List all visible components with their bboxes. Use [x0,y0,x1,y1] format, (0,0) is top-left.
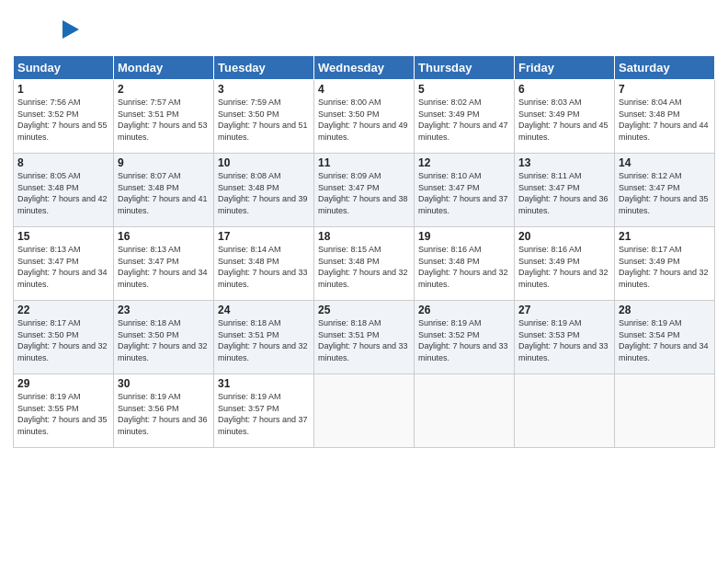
day-number: 2 [118,83,210,96]
calendar-week-3: 15Sunrise: 8:13 AMSunset: 3:47 PMDayligh… [14,227,715,301]
weekday-header-wednesday: Wednesday [314,56,415,80]
calendar-cell [415,374,515,448]
cell-info: Sunrise: 8:17 AMSunset: 3:50 PMDaylight:… [17,318,108,362]
calendar-cell: 22Sunrise: 8:17 AMSunset: 3:50 PMDayligh… [14,301,114,374]
calendar-cell: 29Sunrise: 8:19 AMSunset: 3:55 PMDayligh… [14,374,114,448]
cell-info: Sunrise: 8:07 AMSunset: 3:48 PMDaylight:… [118,171,208,215]
calendar-cell: 10Sunrise: 8:08 AMSunset: 3:48 PMDayligh… [214,154,314,227]
day-number: 10 [218,156,310,169]
cell-info: Sunrise: 8:16 AMSunset: 3:49 PMDaylight:… [518,245,609,289]
cell-info: Sunrise: 8:05 AMSunset: 3:48 PMDaylight:… [17,171,108,215]
cell-info: Sunrise: 8:03 AMSunset: 3:49 PMDaylight:… [518,98,609,142]
calendar-week-4: 22Sunrise: 8:17 AMSunset: 3:50 PMDayligh… [14,301,715,374]
calendar-cell: 2Sunrise: 7:57 AMSunset: 3:51 PMDaylight… [114,80,214,154]
day-number: 11 [318,156,410,169]
calendar-cell: 6Sunrise: 8:03 AMSunset: 3:49 PMDaylight… [515,80,615,154]
calendar-cell: 7Sunrise: 8:04 AMSunset: 3:48 PMDaylight… [615,80,715,154]
svg-marker-0 [63,20,79,39]
day-number: 28 [619,304,711,316]
cell-info: Sunrise: 8:02 AMSunset: 3:49 PMDaylight:… [418,98,508,142]
day-number: 6 [518,83,610,96]
cell-info: Sunrise: 8:13 AMSunset: 3:47 PMDaylight:… [118,245,208,289]
calendar-cell: 28Sunrise: 8:19 AMSunset: 3:54 PMDayligh… [615,301,715,374]
cell-info: Sunrise: 8:19 AMSunset: 3:54 PMDaylight:… [619,318,709,362]
cell-info: Sunrise: 8:14 AMSunset: 3:48 PMDaylight:… [218,245,308,289]
logo [13,9,79,50]
calendar-cell: 19Sunrise: 8:16 AMSunset: 3:48 PMDayligh… [415,227,515,301]
calendar-cell: 14Sunrise: 8:12 AMSunset: 3:47 PMDayligh… [615,154,715,227]
cell-info: Sunrise: 8:15 AMSunset: 3:48 PMDaylight:… [318,245,408,289]
logo-arrow-icon [63,18,81,40]
calendar-table: SundayMondayTuesdayWednesdayThursdayFrid… [13,55,715,448]
calendar-cell: 27Sunrise: 8:19 AMSunset: 3:53 PMDayligh… [515,301,615,374]
day-number: 24 [218,304,310,316]
day-number: 7 [619,83,711,96]
weekday-header-saturday: Saturday [615,56,715,80]
calendar-cell: 17Sunrise: 8:14 AMSunset: 3:48 PMDayligh… [214,227,314,301]
day-number: 20 [518,230,610,243]
cell-info: Sunrise: 8:19 AMSunset: 3:53 PMDaylight:… [518,318,609,362]
header [13,9,715,50]
cell-info: Sunrise: 8:10 AMSunset: 3:47 PMDaylight:… [418,171,508,215]
day-number: 8 [17,156,109,169]
cell-info: Sunrise: 8:19 AMSunset: 3:55 PMDaylight:… [17,392,108,436]
cell-info: Sunrise: 8:12 AMSunset: 3:47 PMDaylight:… [619,171,709,215]
day-number: 19 [418,230,510,243]
calendar-cell: 31Sunrise: 8:19 AMSunset: 3:57 PMDayligh… [214,374,314,448]
day-number: 18 [318,230,410,243]
day-number: 5 [418,83,510,96]
calendar-cell: 16Sunrise: 8:13 AMSunset: 3:47 PMDayligh… [114,227,214,301]
calendar-cell: 20Sunrise: 8:16 AMSunset: 3:49 PMDayligh… [515,227,615,301]
weekday-header-tuesday: Tuesday [214,56,314,80]
day-number: 26 [418,304,510,316]
calendar-cell: 3Sunrise: 7:59 AMSunset: 3:50 PMDaylight… [214,80,314,154]
cell-info: Sunrise: 8:18 AMSunset: 3:51 PMDaylight:… [218,318,308,362]
cell-info: Sunrise: 8:19 AMSunset: 3:57 PMDaylight:… [218,392,308,436]
day-number: 3 [218,83,310,96]
cell-info: Sunrise: 8:16 AMSunset: 3:48 PMDaylight:… [418,245,508,289]
day-number: 29 [17,377,109,390]
calendar-cell: 26Sunrise: 8:19 AMSunset: 3:52 PMDayligh… [415,301,515,374]
page: SundayMondayTuesdayWednesdayThursdayFrid… [0,0,728,563]
weekday-header-thursday: Thursday [415,56,515,80]
day-number: 17 [218,230,310,243]
calendar-cell: 24Sunrise: 8:18 AMSunset: 3:51 PMDayligh… [214,301,314,374]
cell-info: Sunrise: 8:19 AMSunset: 3:56 PMDaylight:… [118,392,208,436]
cell-info: Sunrise: 8:00 AMSunset: 3:50 PMDaylight:… [318,98,408,142]
cell-info: Sunrise: 8:11 AMSunset: 3:47 PMDaylight:… [518,171,609,215]
day-number: 31 [218,377,310,390]
cell-info: Sunrise: 8:04 AMSunset: 3:48 PMDaylight:… [619,98,709,142]
day-number: 12 [418,156,510,169]
day-number: 4 [318,83,410,96]
cell-info: Sunrise: 7:57 AMSunset: 3:51 PMDaylight:… [118,98,208,142]
calendar-cell: 9Sunrise: 8:07 AMSunset: 3:48 PMDaylight… [114,154,214,227]
calendar-week-2: 8Sunrise: 8:05 AMSunset: 3:48 PMDaylight… [14,154,715,227]
cell-info: Sunrise: 8:18 AMSunset: 3:51 PMDaylight:… [318,318,408,362]
day-number: 1 [17,83,109,96]
calendar-week-5: 29Sunrise: 8:19 AMSunset: 3:55 PMDayligh… [14,374,715,448]
day-number: 22 [17,304,109,316]
calendar-cell: 12Sunrise: 8:10 AMSunset: 3:47 PMDayligh… [415,154,515,227]
calendar-cell: 4Sunrise: 8:00 AMSunset: 3:50 PMDaylight… [314,80,415,154]
calendar-cell: 23Sunrise: 8:18 AMSunset: 3:50 PMDayligh… [114,301,214,374]
cell-info: Sunrise: 8:13 AMSunset: 3:47 PMDaylight:… [17,245,108,289]
cell-info: Sunrise: 8:19 AMSunset: 3:52 PMDaylight:… [418,318,508,362]
calendar-cell: 15Sunrise: 8:13 AMSunset: 3:47 PMDayligh… [14,227,114,301]
calendar-cell: 21Sunrise: 8:17 AMSunset: 3:49 PMDayligh… [615,227,715,301]
day-number: 15 [17,230,109,243]
calendar-cell: 5Sunrise: 8:02 AMSunset: 3:49 PMDaylight… [415,80,515,154]
day-number: 13 [518,156,610,169]
cell-info: Sunrise: 8:09 AMSunset: 3:47 PMDaylight:… [318,171,408,215]
day-number: 14 [619,156,711,169]
weekday-header-monday: Monday [114,56,214,80]
calendar-week-1: 1Sunrise: 7:56 AMSunset: 3:52 PMDaylight… [14,80,715,154]
day-number: 9 [118,156,210,169]
day-number: 21 [619,230,711,243]
calendar-header-row: SundayMondayTuesdayWednesdayThursdayFrid… [14,56,715,80]
day-number: 16 [118,230,210,243]
calendar-cell: 25Sunrise: 8:18 AMSunset: 3:51 PMDayligh… [314,301,415,374]
weekday-header-friday: Friday [515,56,615,80]
day-number: 30 [118,377,210,390]
weekday-header-sunday: Sunday [14,56,114,80]
cell-info: Sunrise: 8:08 AMSunset: 3:48 PMDaylight:… [218,171,308,215]
